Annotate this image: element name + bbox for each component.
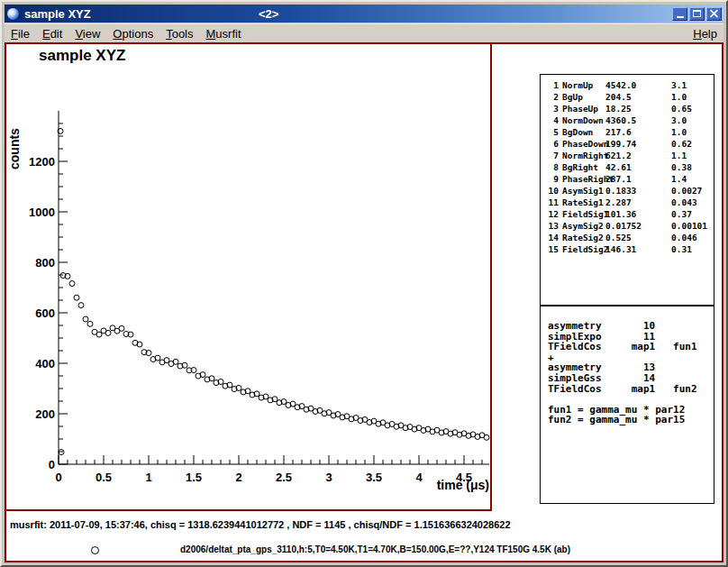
plot-title: sample XYZ bbox=[39, 47, 125, 65]
svg-text:1: 1 bbox=[145, 471, 151, 484]
svg-text:1200: 1200 bbox=[29, 155, 55, 169]
theory-line: fun2 = gamma_mu * par15 bbox=[548, 415, 714, 425]
legend-entry-label: d2006/deltat_pta_gps_3110,h:5,T0=4.50K,T… bbox=[180, 544, 570, 554]
window-controls bbox=[672, 7, 722, 21]
root-canvas[interactable]: sample XYZ 02004006008001000120000.511.5… bbox=[5, 42, 723, 562]
menu-item-edit[interactable]: Edit bbox=[36, 25, 68, 42]
svg-text:4: 4 bbox=[415, 471, 423, 484]
menu-item-tools[interactable]: Tools bbox=[159, 25, 199, 42]
svg-text:time (μs): time (μs) bbox=[437, 478, 489, 492]
menu-item-options[interactable]: Options bbox=[106, 25, 159, 42]
theory-line: TFieldCos map1 fun2 bbox=[548, 384, 714, 395]
menu-item-help[interactable]: Help bbox=[687, 25, 723, 42]
svg-text:200: 200 bbox=[35, 407, 55, 421]
window-title: sample XYZ bbox=[24, 7, 91, 21]
svg-text:1.5: 1.5 bbox=[186, 471, 202, 484]
fit-parameter-box[interactable]: 1NormUp4542.03.12BgUp204.51.03PhaseUp18.… bbox=[540, 74, 714, 306]
param-row: 2BgUp204.51.0 bbox=[541, 91, 714, 103]
svg-text:600: 600 bbox=[35, 306, 55, 320]
param-row: 9PhaseRight287.11.4 bbox=[541, 173, 714, 185]
fit-info-text: musrfit: 2011-07-09, 15:37:46, chisq = 1… bbox=[10, 519, 511, 530]
menu-item-file[interactable]: File bbox=[5, 25, 36, 42]
svg-text:0: 0 bbox=[55, 471, 61, 484]
main-window: sample XYZ <2> FileEditViewOptionsToolsM… bbox=[0, 0, 728, 567]
param-row: 3PhaseUp18.250.65 bbox=[541, 103, 714, 114]
svg-text:0.5: 0.5 bbox=[96, 471, 112, 484]
param-row: 5BgDown217.61.0 bbox=[541, 126, 714, 138]
param-row: 10AsymSig10.18330.0027 bbox=[541, 185, 714, 197]
param-row: 11RateSig12.2870.043 bbox=[541, 197, 714, 208]
svg-text:400: 400 bbox=[35, 357, 55, 370]
minimize-icon bbox=[677, 16, 684, 18]
theory-line: asymmetry 10 bbox=[548, 321, 714, 332]
param-row: 1NormUp4542.03.1 bbox=[541, 79, 714, 91]
param-row: 13AsymSig20.017520.00101 bbox=[541, 220, 714, 232]
menu-item-musrfit[interactable]: Musrfit bbox=[200, 25, 248, 42]
minimize-button[interactable] bbox=[672, 7, 687, 21]
param-row: 15FieldSig2146.310.31 bbox=[541, 243, 714, 255]
param-row: 6PhaseDown199.740.62 bbox=[541, 138, 714, 150]
svg-text:3.5: 3.5 bbox=[366, 471, 382, 484]
plot-svg[interactable]: 02004006008001000120000.511.522.533.544.… bbox=[6, 68, 507, 502]
param-row: 4NormDown4360.53.0 bbox=[541, 114, 714, 126]
svg-text:1000: 1000 bbox=[29, 206, 55, 219]
param-row: 12FieldSig1101.360.37 bbox=[541, 208, 714, 220]
theory-line: simpleGss 14 bbox=[548, 373, 714, 384]
window-counter-label: <2> bbox=[259, 7, 278, 21]
param-row: 8BgRight42.610.38 bbox=[541, 161, 714, 173]
theory-box[interactable]: asymmetry 10simplExpo 11TFieldCos map1 f… bbox=[540, 306, 714, 504]
param-row: 14RateSig20.5250.046 bbox=[541, 232, 714, 243]
maximize-icon bbox=[693, 10, 701, 17]
svg-text:3: 3 bbox=[325, 471, 332, 484]
menu-item-view[interactable]: View bbox=[68, 25, 106, 42]
svg-text:counts: counts bbox=[7, 128, 22, 169]
svg-text:800: 800 bbox=[35, 256, 55, 270]
app-icon[interactable] bbox=[6, 7, 20, 21]
pad-divider-horizontal bbox=[6, 509, 492, 511]
maximize-button[interactable] bbox=[689, 7, 705, 21]
close-button[interactable] bbox=[706, 7, 722, 21]
svg-text:0: 0 bbox=[49, 458, 55, 471]
legend-box[interactable]: d2006/deltat_pta_gps_3110,h:5,T0=4.50K,T… bbox=[6, 540, 714, 560]
svg-text:2: 2 bbox=[235, 471, 241, 484]
theory-line: TFieldCos map1 fun1 bbox=[548, 342, 714, 352]
pad-divider-vertical bbox=[490, 44, 492, 511]
legend-open-circle-icon bbox=[91, 546, 99, 554]
svg-text:2.5: 2.5 bbox=[276, 471, 292, 484]
close-icon bbox=[709, 9, 719, 19]
theory-line bbox=[548, 394, 714, 405]
menubar-items: FileEditViewOptionsToolsMusrfitHelp bbox=[5, 23, 723, 42]
titlebar[interactable]: sample XYZ <2> bbox=[5, 5, 723, 23]
param-row: 7NormRight621.21.1 bbox=[541, 150, 714, 161]
